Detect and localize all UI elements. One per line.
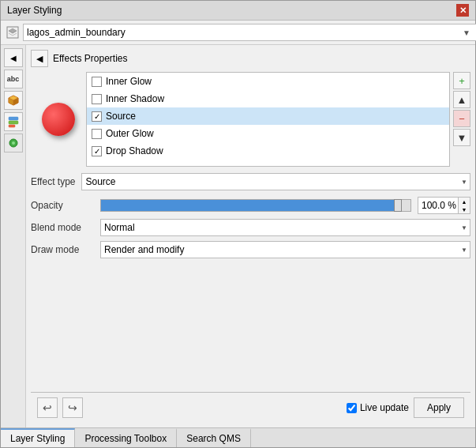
source-checkbox[interactable] [92, 111, 102, 122]
outer-glow-label: Outer Glow [106, 128, 154, 139]
list-item[interactable]: Drop Shadow [87, 142, 449, 160]
abc-icon: abc [7, 75, 20, 83]
preview-circle [42, 103, 75, 136]
window-title: Layer Styling [7, 5, 62, 16]
effects-toolbar-btn[interactable] [4, 134, 23, 152]
effects-preview [31, 72, 86, 167]
effects-title: Effects Properties [53, 53, 128, 64]
effect-type-select-wrapper: Source Inner Glow Inner Shadow Outer Glo… [81, 173, 470, 190]
draw-mode-select-wrapper: Render and modify Render only Modifier o… [100, 241, 470, 258]
opacity-down-btn[interactable]: ▼ [459, 205, 470, 213]
draw-mode-label: Draw mode [31, 244, 94, 255]
layer-icon [6, 25, 20, 40]
effect-type-select[interactable]: Source Inner Glow Inner Shadow Outer Glo… [81, 173, 470, 190]
tab-layer-styling-label: Layer Styling [10, 433, 65, 444]
layer-select[interactable]: lagos_admin_boundary [23, 24, 476, 41]
inner-shadow-checkbox[interactable] [92, 94, 102, 104]
tab-search-qms-label: Search QMS [186, 433, 241, 444]
blend-mode-label: Blend mode [31, 222, 94, 233]
move-up-button[interactable]: ▲ [453, 91, 470, 108]
opacity-slider-container [100, 199, 411, 212]
live-update-label: Live update [360, 402, 409, 413]
3d-toolbar-btn[interactable] [4, 91, 23, 110]
svg-rect-6 [9, 121, 18, 124]
add-effect-button[interactable]: + [453, 72, 470, 89]
opacity-spinner: ▲ ▼ [459, 197, 470, 214]
tab-layer-styling[interactable]: Layer Styling [1, 428, 75, 447]
cube-icon [7, 94, 20, 107]
remove-effect-button[interactable]: − [453, 110, 470, 127]
effect-type-label: Effect type [31, 176, 75, 187]
opacity-value-display: ▲ ▼ [418, 197, 470, 214]
opacity-up-btn[interactable]: ▲ [459, 198, 470, 205]
blend-mode-select-wrapper: Normal Multiply Screen Overlay [100, 219, 470, 236]
list-item[interactable]: Inner Shadow [87, 90, 449, 107]
inner-glow-label: Inner Glow [106, 76, 152, 87]
opacity-input[interactable] [418, 197, 459, 214]
effects-back-button[interactable]: ◀ [31, 50, 48, 67]
undo-button[interactable]: ↩ [37, 397, 58, 418]
empty-bottom-area [31, 263, 470, 392]
main-panel: ◀ Effects Properties Inner Glow [26, 45, 475, 427]
effects-main-area: Inner Glow Inner Shadow Source Oute [31, 72, 470, 167]
live-update-checkbox[interactable] [347, 403, 357, 413]
svg-rect-5 [9, 117, 18, 120]
layer-styling-window: Layer Styling ✕ lagos_admin_boundary ▼ ◀… [0, 0, 476, 448]
inner-glow-checkbox[interactable] [92, 77, 102, 87]
tab-processing-toolbox-label: Processing Toolbox [84, 433, 167, 444]
inner-shadow-label: Inner Shadow [106, 93, 164, 104]
layer-dropdown-bar: lagos_admin_boundary ▼ [1, 21, 475, 45]
effects-list: Inner Glow Inner Shadow Source Oute [86, 72, 450, 167]
list-item-source[interactable]: Source [87, 107, 449, 125]
list-item[interactable]: Inner Glow [87, 73, 449, 90]
source-label: Source [106, 111, 136, 122]
drop-shadow-label: Drop Shadow [106, 145, 163, 156]
effect-type-row: Effect type Source Inner Glow Inner Shad… [31, 173, 470, 190]
draw-mode-row: Draw mode Render and modify Render only … [31, 241, 470, 258]
list-item[interactable]: Outer Glow [87, 125, 449, 142]
blend-mode-select[interactable]: Normal Multiply Screen Overlay [100, 219, 470, 236]
back-toolbar-btn[interactable]: ◀ [4, 48, 23, 67]
layer-toolbar-btn[interactable] [4, 112, 23, 131]
drop-shadow-checkbox[interactable] [92, 146, 102, 156]
opacity-row: Opacity ▲ ▼ [31, 197, 470, 214]
redo-icon: ↪ [68, 401, 77, 414]
bottom-bar: ↩ ↪ Live update Apply [31, 392, 470, 423]
move-down-button[interactable]: ▼ [453, 129, 470, 146]
svg-rect-7 [9, 125, 15, 127]
draw-mode-select[interactable]: Render and modify Render only Modifier o… [100, 241, 470, 258]
tab-search-qms[interactable]: Search QMS [177, 428, 251, 447]
effects-header: ◀ Effects Properties [31, 50, 470, 67]
effects-list-col: Inner Glow Inner Shadow Source Oute [86, 72, 470, 167]
redo-button[interactable]: ↪ [62, 397, 83, 418]
blend-mode-row: Blend mode Normal Multiply Screen Overla… [31, 219, 470, 236]
opacity-slider[interactable] [100, 199, 411, 212]
content-area: ◀ abc [1, 45, 475, 427]
tab-bar: Layer Styling Processing Toolbox Search … [1, 427, 475, 447]
left-toolbar: ◀ abc [1, 45, 26, 427]
title-bar: Layer Styling ✕ [1, 1, 475, 21]
tab-processing-toolbox[interactable]: Processing Toolbox [75, 428, 177, 447]
opacity-label: Opacity [31, 200, 94, 211]
svg-point-9 [12, 141, 15, 145]
back-icon: ◀ [10, 54, 17, 62]
labels-toolbar-btn[interactable]: abc [4, 70, 23, 88]
undo-icon: ↩ [43, 401, 52, 414]
apply-button[interactable]: Apply [414, 397, 464, 418]
live-update-area: Live update [347, 402, 409, 413]
effects-icon [7, 137, 20, 149]
effects-side-buttons: + ▲ − ▼ [453, 72, 470, 167]
close-button[interactable]: ✕ [456, 4, 469, 17]
layer-stack-icon [7, 115, 20, 128]
outer-glow-checkbox[interactable] [92, 129, 102, 139]
